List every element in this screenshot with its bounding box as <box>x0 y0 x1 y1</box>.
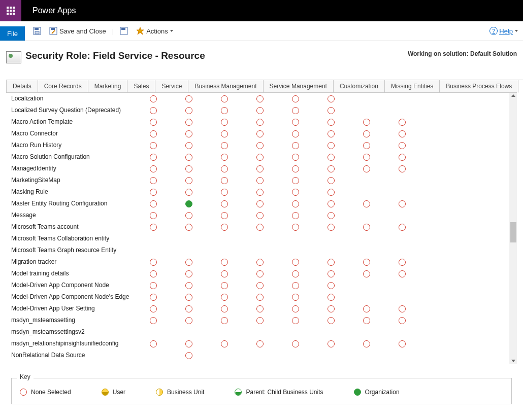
permission-cell[interactable] <box>136 259 171 266</box>
permission-cell[interactable] <box>136 282 171 289</box>
permission-cell[interactable] <box>278 189 313 196</box>
permission-cell[interactable] <box>242 154 278 161</box>
permission-cell[interactable] <box>278 270 313 277</box>
permission-cell[interactable] <box>171 282 207 289</box>
permission-cell[interactable] <box>278 282 313 289</box>
permission-cell[interactable] <box>136 200 171 207</box>
permission-cell[interactable] <box>278 224 313 231</box>
permission-cell[interactable] <box>242 305 278 312</box>
permission-cell[interactable] <box>242 130 278 137</box>
permission-cell[interactable] <box>171 364 207 364</box>
tab-business-management[interactable]: Business Management <box>188 80 263 92</box>
file-menu-button[interactable]: File <box>0 26 25 41</box>
permission-cell[interactable] <box>136 364 171 364</box>
permission-cell[interactable] <box>384 340 420 347</box>
permission-cell[interactable] <box>349 340 384 347</box>
tab-customization[interactable]: Customization <box>333 80 385 92</box>
permission-cell[interactable] <box>278 294 313 301</box>
permission-cell[interactable] <box>136 340 171 347</box>
save-and-close-button[interactable]: Save and Close <box>49 21 106 41</box>
permission-cell[interactable] <box>384 154 420 161</box>
permission-cell[interactable] <box>242 282 278 289</box>
permission-cell[interactable] <box>242 270 278 277</box>
permission-cell[interactable] <box>207 317 242 324</box>
permission-cell[interactable] <box>384 224 420 231</box>
permission-cell[interactable] <box>136 142 171 149</box>
permission-cell[interactable] <box>136 224 171 231</box>
permission-cell[interactable] <box>136 177 171 184</box>
permission-cell[interactable] <box>349 154 384 161</box>
permission-cell[interactable] <box>349 224 384 231</box>
permission-cell[interactable] <box>313 340 349 347</box>
permission-cell[interactable] <box>207 364 242 364</box>
permission-cell[interactable] <box>242 107 278 114</box>
permission-cell[interactable] <box>278 130 313 137</box>
permission-cell[interactable] <box>349 305 384 312</box>
permission-cell[interactable] <box>278 107 313 114</box>
permission-cell[interactable] <box>171 95 207 102</box>
permission-cell[interactable] <box>171 270 207 277</box>
permission-cell[interactable] <box>349 130 384 137</box>
permission-cell[interactable] <box>278 165 313 172</box>
permission-cell[interactable] <box>207 259 242 266</box>
tab-business-process-flows[interactable]: Business Process Flows <box>439 80 518 92</box>
permission-cell[interactable] <box>278 317 313 324</box>
permission-cell[interactable] <box>207 107 242 114</box>
permission-cell[interactable] <box>207 200 242 207</box>
permission-cell[interactable] <box>207 305 242 312</box>
permission-cell[interactable] <box>207 130 242 137</box>
permission-cell[interactable] <box>171 165 207 172</box>
permission-cell[interactable] <box>313 224 349 231</box>
permission-cell[interactable] <box>207 212 242 219</box>
permission-cell[interactable] <box>171 119 207 126</box>
permission-cell[interactable] <box>278 142 313 149</box>
permission-cell[interactable] <box>242 224 278 231</box>
permission-cell[interactable] <box>171 305 207 312</box>
save-button[interactable] <box>33 21 43 41</box>
permission-cell[interactable] <box>313 317 349 324</box>
permission-cell[interactable] <box>136 130 171 137</box>
permission-cell[interactable] <box>278 200 313 207</box>
permission-cell[interactable] <box>171 212 207 219</box>
app-launcher-button[interactable] <box>0 0 21 21</box>
permission-cell[interactable] <box>384 130 420 137</box>
permission-cell[interactable] <box>242 200 278 207</box>
permission-cell[interactable] <box>136 154 171 161</box>
permission-cell[interactable] <box>242 119 278 126</box>
permission-cell[interactable] <box>242 294 278 301</box>
permission-cell[interactable] <box>171 177 207 184</box>
vertical-scrollbar[interactable] <box>509 93 517 364</box>
actions-menu-button[interactable]: Actions <box>136 21 173 41</box>
permission-cell[interactable] <box>313 119 349 126</box>
permission-cell[interactable] <box>136 165 171 172</box>
tab-details[interactable]: Details <box>6 80 38 92</box>
permission-cell[interactable] <box>207 224 242 231</box>
permission-cell[interactable] <box>313 294 349 301</box>
permission-cell[interactable] <box>313 95 349 102</box>
permission-cell[interactable] <box>384 364 420 364</box>
permission-cell[interactable] <box>171 142 207 149</box>
permission-cell[interactable] <box>313 270 349 277</box>
permission-cell[interactable] <box>242 165 278 172</box>
tab-sales[interactable]: Sales <box>127 80 155 92</box>
permission-cell[interactable] <box>349 200 384 207</box>
permission-cell[interactable] <box>349 142 384 149</box>
permission-cell[interactable] <box>207 142 242 149</box>
permission-cell[interactable] <box>349 165 384 172</box>
permission-cell[interactable] <box>171 340 207 347</box>
permission-cell[interactable] <box>384 142 420 149</box>
permission-cell[interactable] <box>207 119 242 126</box>
permission-cell[interactable] <box>207 177 242 184</box>
permission-cell[interactable] <box>313 130 349 137</box>
permission-cell[interactable] <box>242 142 278 149</box>
permission-cell[interactable] <box>313 177 349 184</box>
permission-cell[interactable] <box>136 189 171 196</box>
permission-cell[interactable] <box>278 212 313 219</box>
permission-cell[interactable] <box>242 317 278 324</box>
permission-cell[interactable] <box>207 189 242 196</box>
tab-service-management[interactable]: Service Management <box>263 80 334 92</box>
help-button[interactable]: ? Help <box>489 27 518 35</box>
permission-cell[interactable] <box>349 119 384 126</box>
permission-cell[interactable] <box>207 165 242 172</box>
permission-cell[interactable] <box>171 107 207 114</box>
